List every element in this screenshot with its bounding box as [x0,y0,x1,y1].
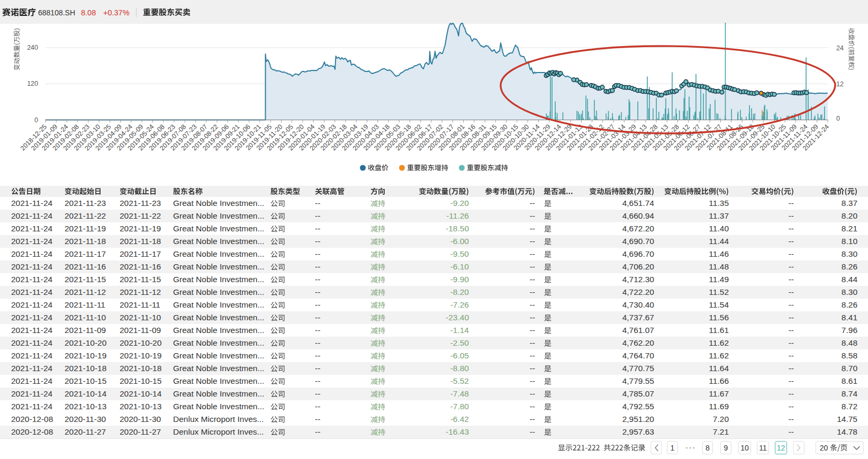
svg-text:2021-11-24: 2021-11-24 [11,351,53,360]
svg-text:2021-11-18: 2021-11-18 [65,237,106,246]
svg-text:2021-11-24: 2021-11-24 [11,376,53,385]
svg-text:2021-10-20: 2021-10-20 [65,338,107,347]
svg-text:4,696.70: 4,696.70 [622,249,655,258]
svg-text:--: -- [530,237,535,246]
svg-text:--: -- [789,364,794,373]
svg-text:2021-11-24: 2021-11-24 [11,300,53,309]
svg-text:Great Noble Investmen...: Great Noble Investmen... [173,389,264,398]
svg-text:-9.90: -9.90 [450,275,469,284]
svg-text:24: 24 [836,44,844,52]
svg-text:--: -- [789,237,794,246]
svg-text:Great Noble Investmen...: Great Noble Investmen... [173,224,264,233]
svg-text:11.56: 11.56 [709,313,729,322]
svg-text:2,951.20: 2,951.20 [622,415,655,424]
svg-text:4,764.70: 4,764.70 [622,351,655,360]
svg-text:4,706.20: 4,706.20 [622,262,655,271]
svg-text:8.48: 8.48 [842,338,857,347]
svg-text:2021-10-19: 2021-10-19 [65,351,106,360]
svg-text:--: -- [315,389,320,398]
svg-text:4,762.20: 4,762.20 [622,338,655,347]
svg-text:--: -- [530,262,535,271]
svg-text:8.70: 8.70 [842,364,858,373]
svg-text:2021-11-24: 2021-11-24 [11,402,53,411]
svg-text:Great Noble Investmen...: Great Noble Investmen... [173,249,264,258]
svg-text:2021-10-14: 2021-10-14 [65,389,107,398]
svg-text:--: -- [789,376,794,385]
svg-text:2021-11-16: 2021-11-16 [120,262,161,271]
svg-text:Great Noble Investmen...: Great Noble Investmen... [173,199,264,208]
svg-text:4,660.94: 4,660.94 [622,211,655,220]
svg-text:--: -- [315,262,320,271]
svg-text:--: -- [789,415,794,424]
svg-text:2021-10-15: 2021-10-15 [65,376,106,385]
svg-text:--: -- [530,338,535,347]
svg-text:--: -- [789,427,794,436]
svg-text:2021-11-12: 2021-11-12 [120,287,161,296]
svg-text:--: -- [315,300,320,309]
svg-text:--: -- [789,402,794,411]
svg-text:2021-10-18: 2021-10-18 [65,364,106,373]
svg-text:--: -- [789,338,794,347]
svg-text:2021-10-13: 2021-10-13 [65,402,106,411]
svg-text:4,785.07: 4,785.07 [622,389,654,398]
svg-text:2021-11-24: 2021-11-24 [11,389,53,398]
svg-text:2021-11-24: 2021-11-24 [11,364,53,373]
svg-text:Denlux Microport Inves...: Denlux Microport Inves... [173,415,264,424]
svg-text:2021-11-17: 2021-11-17 [65,249,106,258]
svg-text:2021-11-11: 2021-11-11 [120,300,160,309]
svg-text:4,730.40: 4,730.40 [622,300,655,309]
svg-text:2021-10-19: 2021-10-19 [120,351,161,360]
svg-text:11.49: 11.49 [709,275,729,284]
svg-text:8.58: 8.58 [842,351,857,360]
svg-text:0: 0 [836,115,840,122]
svg-text:--: -- [530,249,535,258]
svg-text:4,770.75: 4,770.75 [622,364,654,373]
svg-text:--: -- [789,224,794,233]
svg-text:--: -- [530,211,535,220]
svg-text:8.10: 8.10 [842,237,858,246]
svg-text:--: -- [530,224,535,233]
svg-text:--: -- [789,300,794,309]
svg-text:11.62: 11.62 [709,338,729,347]
svg-text:Great Noble Investmen...: Great Noble Investmen... [173,364,264,373]
svg-text:4,761.07: 4,761.07 [622,326,654,335]
svg-text:2021-11-18: 2021-11-18 [120,237,161,246]
svg-text:8.21: 8.21 [842,224,857,233]
svg-text:Great Noble Investmen...: Great Noble Investmen... [173,211,264,220]
svg-text:-6.05: -6.05 [450,351,469,360]
svg-text:--: -- [315,237,320,246]
svg-text:2020-11-27: 2020-11-27 [120,427,161,436]
svg-text:2021-11-22: 2021-11-22 [120,211,161,220]
svg-text:--: -- [530,402,535,411]
svg-text:-2.50: -2.50 [450,338,469,347]
svg-text:2021-11-24: 2021-11-24 [11,275,53,284]
svg-text:240: 240 [27,44,38,51]
svg-text:Denlux Microport Inves...: Denlux Microport Inves... [173,427,264,436]
svg-text:11.62: 11.62 [709,351,729,360]
svg-text:Great Noble Investmen...: Great Noble Investmen... [173,376,264,385]
svg-text:--: -- [315,249,320,258]
svg-text:--: -- [315,275,320,284]
svg-text:2021-11-24: 2021-11-24 [11,211,53,220]
svg-text:2020-11-30: 2020-11-30 [65,415,106,424]
svg-text:8.20: 8.20 [842,211,858,220]
svg-text:4,722.20: 4,722.20 [622,287,655,296]
svg-text:14.78: 14.78 [837,427,857,436]
svg-text:Great Noble Investmen...: Great Noble Investmen... [173,338,264,347]
svg-text:--: -- [789,313,794,322]
svg-text:--: -- [530,313,535,322]
svg-text:120: 120 [27,80,38,87]
svg-text:--: -- [315,199,320,208]
svg-text:2020-11-30: 2020-11-30 [120,415,161,424]
svg-text:2021-10-18: 2021-10-18 [120,364,161,373]
svg-text:4,792.55: 4,792.55 [622,402,654,411]
svg-text:--: -- [530,376,535,385]
svg-text:11.48: 11.48 [709,262,729,271]
svg-text:-6.10: -6.10 [450,262,469,271]
svg-text:2021-11-24: 2021-11-24 [11,199,53,208]
svg-text:2021-11-09: 2021-11-09 [120,326,161,335]
svg-text:11.46: 11.46 [709,249,729,258]
svg-text:--: -- [530,389,535,398]
svg-text:Great Noble Investmen...: Great Noble Investmen... [173,262,264,271]
svg-text:--: -- [315,211,320,220]
